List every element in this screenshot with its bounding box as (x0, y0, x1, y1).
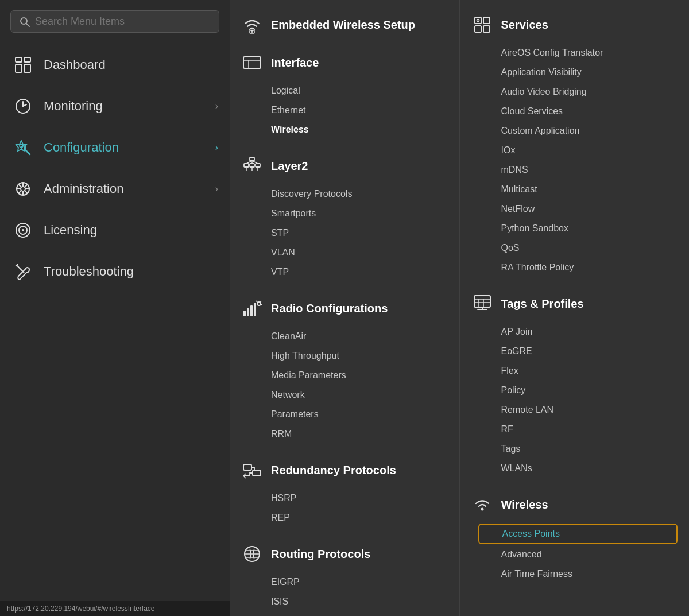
wireless-icon (471, 494, 493, 516)
list-item[interactable]: VTP (248, 263, 448, 281)
svg-rect-42 (250, 305, 253, 316)
list-item[interactable]: Media Parameters (248, 366, 448, 385)
section-header-services[interactable]: Services (471, 14, 678, 36)
list-item[interactable]: RA Throttle Policy (478, 258, 678, 277)
sidebar-item-dashboard[interactable]: Dashboard (0, 44, 230, 86)
list-item[interactable]: EIGRP (248, 573, 448, 591)
svg-rect-40 (243, 311, 246, 316)
svg-rect-30 (250, 157, 254, 161)
svg-rect-31 (244, 164, 249, 167)
svg-rect-3 (24, 57, 30, 62)
svg-point-68 (481, 508, 483, 511)
list-item[interactable]: Ethernet (248, 101, 448, 119)
list-item[interactable]: RRM (248, 425, 448, 443)
list-item[interactable]: Cloud Services (478, 102, 678, 121)
section-header-wireless[interactable]: Wireless (471, 494, 678, 516)
menu-section-tags-profiles: Tags & Profiles AP Join EoGRE Flex Polic… (471, 293, 678, 478)
chevron-right-icon: › (215, 142, 218, 153)
sidebar-item-licensing[interactable]: Licensing (0, 210, 230, 251)
svg-line-47 (261, 304, 262, 305)
list-item[interactable]: REP (248, 509, 448, 527)
monitoring-icon (13, 96, 33, 117)
sidebar-item-label: Configuration (44, 140, 119, 155)
sidebar-item-configuration[interactable]: Configuration › (0, 127, 230, 168)
list-item[interactable]: AireOS Config Translator (478, 44, 678, 62)
status-bar: https://172.20.229.194/webui/#/wirelessI… (0, 601, 230, 616)
svg-line-1 (26, 23, 30, 26)
section-header-redundancy[interactable]: Redundancy Protocols (241, 459, 448, 481)
list-item[interactable]: Tags (478, 440, 678, 458)
list-item[interactable]: High Throughput (248, 347, 448, 365)
list-item[interactable]: IOx (478, 141, 678, 160)
section-header-layer2[interactable]: Layer2 (241, 155, 448, 177)
svg-rect-33 (256, 164, 260, 167)
chevron-right-icon: › (215, 101, 218, 111)
list-item[interactable]: Air Time Fairness (478, 565, 678, 583)
section-title: Tags & Profiles (501, 297, 584, 311)
list-item[interactable]: Multicast (478, 180, 678, 199)
menu-section-services: Services AireOS Config Translator Applic… (471, 14, 678, 277)
list-item[interactable]: NetFlow (478, 200, 678, 218)
sidebar: Dashboard Monitoring › (0, 0, 230, 616)
wireless-sub-items: Access Points Advanced Air Time Fairness (471, 524, 678, 583)
list-item[interactable]: EoGRE (478, 342, 678, 361)
menu-column-2: Services AireOS Config Translator Applic… (460, 0, 690, 616)
access-points-item[interactable]: Access Points (478, 524, 678, 544)
list-item[interactable]: HSRP (248, 489, 448, 507)
svg-rect-4 (16, 64, 22, 72)
list-item[interactable]: ISIS (248, 592, 448, 611)
list-item[interactable]: Discovery Protocols (248, 185, 448, 203)
list-item[interactable]: mDNS (478, 161, 678, 179)
list-item[interactable]: Audio Video Bridging (478, 83, 678, 101)
list-item[interactable]: RF (478, 420, 678, 439)
section-title: Wireless (501, 498, 548, 512)
sidebar-item-troubleshooting[interactable]: Troubleshooting (0, 251, 230, 292)
menu-section-layer2: Layer2 Discovery Protocols Smartports ST… (241, 155, 448, 281)
administration-icon (13, 179, 33, 199)
sidebar-item-monitoring[interactable]: Monitoring › (0, 86, 230, 127)
section-title: Redundancy Protocols (271, 464, 396, 477)
svg-line-19 (19, 191, 22, 193)
list-item[interactable]: Advanced (478, 545, 678, 564)
menu-panel: Embedded Wireless Setup Interface Logica… (230, 0, 689, 616)
services-icon (471, 14, 493, 36)
services-sub-items: AireOS Config Translator Application Vis… (471, 44, 678, 277)
section-header-routing[interactable]: Routing Protocols (241, 543, 448, 565)
search-bar[interactable] (10, 10, 219, 33)
list-item[interactable]: Parameters (248, 405, 448, 424)
section-header-tags-profiles[interactable]: Tags & Profiles (471, 293, 678, 315)
menu-section-redundancy: Redundancy Protocols HSRP REP (241, 459, 448, 527)
sidebar-item-label: Administration (44, 181, 123, 196)
svg-rect-27 (243, 57, 261, 68)
list-item[interactable]: Logical (248, 82, 448, 100)
list-item[interactable]: WLANs (478, 459, 678, 478)
list-item[interactable]: Wireless (248, 121, 448, 139)
svg-line-45 (256, 301, 258, 303)
list-item[interactable]: STP (248, 224, 448, 242)
dashboard-icon (13, 55, 33, 75)
svg-rect-5 (24, 64, 30, 72)
svg-rect-58 (475, 26, 481, 32)
search-input[interactable] (35, 16, 211, 28)
tags-profiles-sub-items: AP Join EoGRE Flex Policy Remote LAN RF … (471, 323, 678, 478)
svg-rect-57 (483, 17, 490, 24)
section-header-interface[interactable]: Interface (241, 52, 448, 73)
list-item[interactable]: CleanAir (248, 327, 448, 346)
list-item[interactable]: QoS (478, 239, 678, 257)
section-title: Routing Protocols (271, 548, 370, 561)
list-item[interactable]: Flex (478, 362, 678, 380)
list-item[interactable]: Policy (478, 381, 678, 400)
list-item[interactable]: Remote LAN (478, 401, 678, 419)
section-header-embedded-wireless[interactable]: Embedded Wireless Setup (241, 14, 448, 36)
list-item[interactable]: VLAN (248, 243, 448, 262)
section-header-radio-config[interactable]: Radio Configurations (241, 297, 448, 319)
list-item[interactable]: Python Sandbox (478, 219, 678, 238)
sidebar-item-administration[interactable]: Administration › (0, 168, 230, 210)
list-item[interactable]: Application Visibility (478, 63, 678, 82)
list-item[interactable]: Network (248, 386, 448, 404)
radio-config-icon (241, 297, 263, 319)
svg-rect-61 (474, 296, 490, 307)
list-item[interactable]: Custom Application (478, 122, 678, 140)
list-item[interactable]: AP Join (478, 323, 678, 341)
list-item[interactable]: Smartports (248, 204, 448, 223)
